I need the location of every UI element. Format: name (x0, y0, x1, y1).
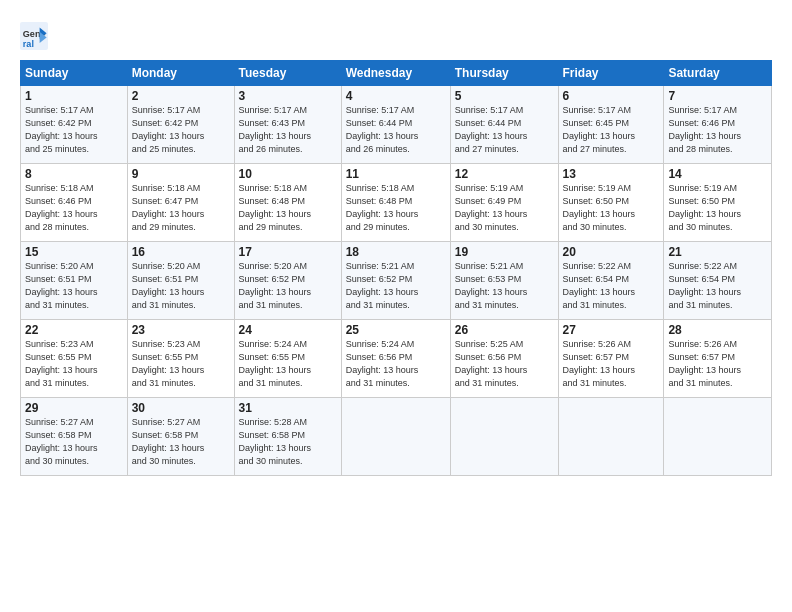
calendar-cell: 29Sunrise: 5:27 AMSunset: 6:58 PMDayligh… (21, 398, 128, 476)
day-info: Sunrise: 5:20 AMSunset: 6:52 PMDaylight:… (239, 260, 337, 312)
svg-text:ral: ral (23, 39, 34, 49)
day-header-saturday: Saturday (664, 61, 772, 86)
day-number: 4 (346, 89, 446, 103)
day-info: Sunrise: 5:17 AMSunset: 6:45 PMDaylight:… (563, 104, 660, 156)
day-header-tuesday: Tuesday (234, 61, 341, 86)
calendar-cell: 1Sunrise: 5:17 AMSunset: 6:42 PMDaylight… (21, 86, 128, 164)
day-info: Sunrise: 5:24 AMSunset: 6:56 PMDaylight:… (346, 338, 446, 390)
day-number: 7 (668, 89, 767, 103)
day-number: 2 (132, 89, 230, 103)
day-info: Sunrise: 5:17 AMSunset: 6:42 PMDaylight:… (132, 104, 230, 156)
calendar-cell: 7Sunrise: 5:17 AMSunset: 6:46 PMDaylight… (664, 86, 772, 164)
day-info: Sunrise: 5:27 AMSunset: 6:58 PMDaylight:… (132, 416, 230, 468)
day-info: Sunrise: 5:18 AMSunset: 6:46 PMDaylight:… (25, 182, 123, 234)
calendar-cell (341, 398, 450, 476)
calendar-cell: 21Sunrise: 5:22 AMSunset: 6:54 PMDayligh… (664, 242, 772, 320)
day-number: 17 (239, 245, 337, 259)
calendar: SundayMondayTuesdayWednesdayThursdayFrid… (20, 60, 772, 476)
day-number: 16 (132, 245, 230, 259)
calendar-cell: 11Sunrise: 5:18 AMSunset: 6:48 PMDayligh… (341, 164, 450, 242)
day-number: 18 (346, 245, 446, 259)
day-info: Sunrise: 5:24 AMSunset: 6:55 PMDaylight:… (239, 338, 337, 390)
calendar-header: SundayMondayTuesdayWednesdayThursdayFrid… (21, 61, 772, 86)
calendar-cell (450, 398, 558, 476)
day-number: 14 (668, 167, 767, 181)
calendar-cell: 13Sunrise: 5:19 AMSunset: 6:50 PMDayligh… (558, 164, 664, 242)
calendar-cell: 15Sunrise: 5:20 AMSunset: 6:51 PMDayligh… (21, 242, 128, 320)
calendar-cell: 18Sunrise: 5:21 AMSunset: 6:52 PMDayligh… (341, 242, 450, 320)
day-number: 24 (239, 323, 337, 337)
calendar-cell: 10Sunrise: 5:18 AMSunset: 6:48 PMDayligh… (234, 164, 341, 242)
calendar-cell: 22Sunrise: 5:23 AMSunset: 6:55 PMDayligh… (21, 320, 128, 398)
day-info: Sunrise: 5:22 AMSunset: 6:54 PMDaylight:… (563, 260, 660, 312)
day-number: 1 (25, 89, 123, 103)
day-number: 6 (563, 89, 660, 103)
calendar-cell: 31Sunrise: 5:28 AMSunset: 6:58 PMDayligh… (234, 398, 341, 476)
day-number: 21 (668, 245, 767, 259)
calendar-cell: 17Sunrise: 5:20 AMSunset: 6:52 PMDayligh… (234, 242, 341, 320)
day-info: Sunrise: 5:18 AMSunset: 6:48 PMDaylight:… (239, 182, 337, 234)
calendar-cell: 8Sunrise: 5:18 AMSunset: 6:46 PMDaylight… (21, 164, 128, 242)
day-number: 27 (563, 323, 660, 337)
page-header: Gene ral (20, 18, 772, 50)
day-number: 23 (132, 323, 230, 337)
day-info: Sunrise: 5:28 AMSunset: 6:58 PMDaylight:… (239, 416, 337, 468)
day-info: Sunrise: 5:26 AMSunset: 6:57 PMDaylight:… (668, 338, 767, 390)
day-header-wednesday: Wednesday (341, 61, 450, 86)
day-info: Sunrise: 5:20 AMSunset: 6:51 PMDaylight:… (132, 260, 230, 312)
day-info: Sunrise: 5:20 AMSunset: 6:51 PMDaylight:… (25, 260, 123, 312)
day-number: 10 (239, 167, 337, 181)
calendar-cell: 30Sunrise: 5:27 AMSunset: 6:58 PMDayligh… (127, 398, 234, 476)
day-info: Sunrise: 5:27 AMSunset: 6:58 PMDaylight:… (25, 416, 123, 468)
calendar-cell: 16Sunrise: 5:20 AMSunset: 6:51 PMDayligh… (127, 242, 234, 320)
calendar-cell: 12Sunrise: 5:19 AMSunset: 6:49 PMDayligh… (450, 164, 558, 242)
day-info: Sunrise: 5:23 AMSunset: 6:55 PMDaylight:… (25, 338, 123, 390)
day-info: Sunrise: 5:19 AMSunset: 6:50 PMDaylight:… (563, 182, 660, 234)
day-info: Sunrise: 5:17 AMSunset: 6:44 PMDaylight:… (346, 104, 446, 156)
logo-icon: Gene ral (20, 22, 48, 50)
calendar-cell: 2Sunrise: 5:17 AMSunset: 6:42 PMDaylight… (127, 86, 234, 164)
day-info: Sunrise: 5:17 AMSunset: 6:43 PMDaylight:… (239, 104, 337, 156)
calendar-cell: 25Sunrise: 5:24 AMSunset: 6:56 PMDayligh… (341, 320, 450, 398)
day-info: Sunrise: 5:25 AMSunset: 6:56 PMDaylight:… (455, 338, 554, 390)
day-info: Sunrise: 5:22 AMSunset: 6:54 PMDaylight:… (668, 260, 767, 312)
day-number: 5 (455, 89, 554, 103)
day-info: Sunrise: 5:19 AMSunset: 6:49 PMDaylight:… (455, 182, 554, 234)
day-number: 28 (668, 323, 767, 337)
day-info: Sunrise: 5:18 AMSunset: 6:48 PMDaylight:… (346, 182, 446, 234)
calendar-cell (558, 398, 664, 476)
day-info: Sunrise: 5:17 AMSunset: 6:46 PMDaylight:… (668, 104, 767, 156)
day-info: Sunrise: 5:26 AMSunset: 6:57 PMDaylight:… (563, 338, 660, 390)
day-number: 12 (455, 167, 554, 181)
calendar-cell: 4Sunrise: 5:17 AMSunset: 6:44 PMDaylight… (341, 86, 450, 164)
calendar-cell: 14Sunrise: 5:19 AMSunset: 6:50 PMDayligh… (664, 164, 772, 242)
calendar-cell: 9Sunrise: 5:18 AMSunset: 6:47 PMDaylight… (127, 164, 234, 242)
day-info: Sunrise: 5:23 AMSunset: 6:55 PMDaylight:… (132, 338, 230, 390)
calendar-cell: 28Sunrise: 5:26 AMSunset: 6:57 PMDayligh… (664, 320, 772, 398)
day-number: 29 (25, 401, 123, 415)
day-header-friday: Friday (558, 61, 664, 86)
day-number: 11 (346, 167, 446, 181)
day-header-sunday: Sunday (21, 61, 128, 86)
day-number: 20 (563, 245, 660, 259)
calendar-cell: 27Sunrise: 5:26 AMSunset: 6:57 PMDayligh… (558, 320, 664, 398)
calendar-cell: 20Sunrise: 5:22 AMSunset: 6:54 PMDayligh… (558, 242, 664, 320)
logo: Gene ral (20, 22, 50, 50)
day-info: Sunrise: 5:19 AMSunset: 6:50 PMDaylight:… (668, 182, 767, 234)
calendar-cell: 5Sunrise: 5:17 AMSunset: 6:44 PMDaylight… (450, 86, 558, 164)
day-number: 9 (132, 167, 230, 181)
day-number: 25 (346, 323, 446, 337)
day-number: 13 (563, 167, 660, 181)
calendar-cell: 24Sunrise: 5:24 AMSunset: 6:55 PMDayligh… (234, 320, 341, 398)
day-number: 15 (25, 245, 123, 259)
calendar-cell: 26Sunrise: 5:25 AMSunset: 6:56 PMDayligh… (450, 320, 558, 398)
day-info: Sunrise: 5:18 AMSunset: 6:47 PMDaylight:… (132, 182, 230, 234)
day-number: 22 (25, 323, 123, 337)
day-number: 30 (132, 401, 230, 415)
day-number: 31 (239, 401, 337, 415)
day-info: Sunrise: 5:17 AMSunset: 6:44 PMDaylight:… (455, 104, 554, 156)
day-info: Sunrise: 5:21 AMSunset: 6:52 PMDaylight:… (346, 260, 446, 312)
calendar-cell (664, 398, 772, 476)
day-header-thursday: Thursday (450, 61, 558, 86)
day-number: 26 (455, 323, 554, 337)
